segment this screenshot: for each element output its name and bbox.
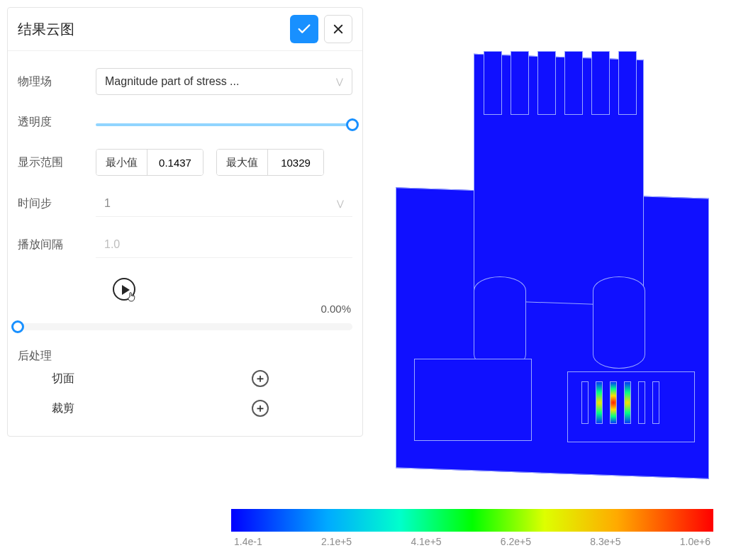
model-pin-hot [596, 381, 603, 424]
timestep-value: 1 [104, 197, 337, 210]
result-cloud-panel: 结果云图 物理场 Magnitude part of stress ... ⋁ … [7, 7, 363, 437]
confirm-button[interactable] [290, 15, 318, 43]
model-cylinder [474, 276, 526, 369]
legend-tick: 4.1e+5 [411, 536, 441, 547]
crop-row: 裁剪 ＋ [18, 393, 352, 423]
model-block [414, 359, 532, 441]
panel-header: 结果云图 [8, 8, 362, 50]
hand-cursor-icon [126, 291, 138, 303]
model-fin [511, 51, 529, 115]
panel-body: 物理场 Magnitude part of stress ... ⋁ 透明度 显… [8, 50, 362, 436]
opacity-slider-handle[interactable] [346, 118, 359, 131]
cut-plane-label: 切面 [52, 371, 252, 386]
physics-row: 物理场 Magnitude part of stress ... ⋁ [18, 68, 352, 95]
opacity-slider[interactable] [96, 123, 352, 126]
model-fin [537, 51, 556, 115]
model-fin [564, 51, 583, 115]
legend-tick: 1.4e-1 [234, 536, 262, 547]
opacity-row: 透明度 [18, 109, 352, 135]
range-row: 显示范围 最小值 最大值 [18, 149, 352, 176]
chevron-down-icon: ⋁ [336, 77, 343, 86]
close-icon [332, 23, 345, 35]
model-fin [618, 51, 637, 115]
interval-row: 播放间隔 1.0 [18, 231, 352, 258]
interval-label: 播放间隔 [18, 237, 96, 252]
min-input[interactable] [147, 150, 203, 175]
max-button[interactable]: 最大值 [217, 150, 268, 175]
progress-handle[interactable] [11, 320, 24, 333]
opacity-label: 透明度 [18, 115, 96, 130]
cut-plane-row: 切面 ＋ [18, 364, 352, 393]
model-pin [581, 381, 589, 424]
legend-ticks: 1.4e-1 2.1e+5 4.1e+5 6.2e+5 8.3e+5 1.0e+… [231, 536, 713, 547]
check-icon [296, 21, 312, 37]
play-button[interactable] [113, 278, 138, 303]
model-cylinder [593, 276, 645, 369]
timestep-row: 时间步 1 ⋁ [18, 190, 352, 217]
postprocess-section-title: 后处理 [18, 349, 352, 364]
range-label: 显示范围 [18, 155, 96, 170]
legend-tick: 6.2e+5 [501, 536, 531, 547]
model-pin-hot [624, 381, 631, 424]
min-group: 最小值 [96, 149, 203, 176]
model-pin [652, 381, 659, 424]
add-crop-button[interactable]: ＋ [252, 400, 269, 417]
add-cut-plane-button[interactable]: ＋ [252, 370, 269, 387]
plus-icon: ＋ [255, 401, 266, 416]
panel-title: 结果云图 [18, 20, 284, 39]
progress-percent: 0.00% [320, 303, 351, 315]
model-pin-hot [610, 381, 617, 424]
model-fin [484, 51, 502, 115]
interval-input[interactable]: 1.0 [96, 231, 352, 258]
chevron-down-icon: ⋁ [337, 198, 344, 208]
physics-label: 物理场 [18, 74, 96, 89]
model-canvas[interactable] [369, 28, 736, 468]
legend-tick: 1.0e+6 [680, 536, 710, 547]
min-button[interactable]: 最小值 [96, 150, 147, 175]
legend-gradient [231, 509, 713, 532]
interval-value: 1.0 [104, 238, 344, 251]
plus-icon: ＋ [255, 371, 266, 386]
crop-label: 裁剪 [52, 401, 252, 416]
3d-viewport[interactable] [369, 0, 736, 496]
model-fin [591, 51, 610, 115]
legend-tick: 2.1e+5 [321, 536, 352, 547]
model-pin [638, 381, 645, 424]
progress-slider[interactable] [18, 323, 352, 330]
physics-select[interactable]: Magnitude part of stress ... ⋁ [96, 68, 352, 95]
close-button[interactable] [324, 15, 352, 43]
play-row: 0.00% [18, 278, 352, 310]
timestep-label: 时间步 [18, 196, 96, 211]
max-input[interactable] [268, 150, 323, 175]
color-legend: 1.4e-1 2.1e+5 4.1e+5 6.2e+5 8.3e+5 1.0e+… [231, 509, 713, 547]
legend-tick: 8.3e+5 [590, 536, 620, 547]
max-group: 最大值 [216, 149, 324, 176]
timestep-select[interactable]: 1 ⋁ [96, 190, 352, 217]
physics-value: Magnitude part of stress ... [105, 75, 336, 88]
